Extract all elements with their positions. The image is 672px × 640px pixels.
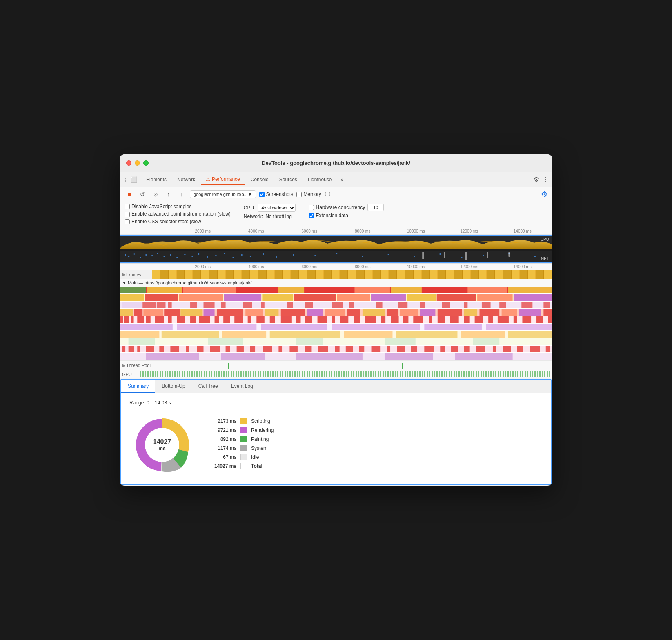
svg-rect-165 [461,331,505,338]
svg-rect-115 [137,316,144,323]
record-button[interactable]: ⏺ [125,189,134,199]
svg-rect-12 [191,256,193,257]
svg-rect-119 [177,316,185,323]
svg-rect-18 [241,254,243,256]
svg-rect-159 [120,331,159,338]
fc-ruler-tick-0 [123,264,176,269]
tab-performance[interactable]: ⚠ Performance [201,174,245,185]
tab-sources[interactable]: Sources [274,174,302,185]
tab-call-tree[interactable]: Call Tree [192,380,225,393]
svg-rect-166 [508,331,552,338]
legend-label-idle: Idle [251,454,259,460]
frames-row: ▶ Frames [120,270,552,279]
frames-label[interactable]: ▶ Frames [120,272,152,277]
film-icon[interactable]: 🎞 [325,191,330,198]
thread-pool-triangle: ▶ [122,363,125,368]
main-section-label: ▼ Main — https://googlechrome.github.io/… [120,279,552,287]
hw-input[interactable] [367,204,384,211]
close-button[interactable] [126,160,131,166]
settings-gear-icon[interactable]: ⚙ [541,190,547,198]
flame-chart-area[interactable] [120,287,552,360]
extension-data-checkbox[interactable] [309,213,314,218]
menu-icon[interactable]: ⋮ [543,176,549,183]
svg-rect-168 [129,338,155,345]
reload-button[interactable]: ↺ [138,189,147,199]
range-text: Range: 0 – 14.03 s [129,400,543,406]
css-selector-label[interactable]: Enable CSS selector stats (slow) [125,219,231,224]
advanced-paint-checkbox[interactable] [125,212,130,217]
svg-rect-128 [281,316,292,323]
fc-ruler-tick-6: 12000 ms [443,264,496,269]
svg-rect-104 [420,309,436,316]
svg-rect-22 [293,254,294,256]
svg-rect-186 [263,346,272,352]
svg-rect-19 [250,256,251,257]
svg-rect-60 [407,294,436,301]
svg-rect-15 [215,255,216,256]
svg-rect-89 [134,309,143,316]
thread-pool-label[interactable]: ▶ Thread Pool [120,363,156,368]
tab-summary[interactable]: Summary [121,380,155,393]
svg-rect-163 [344,331,392,338]
svg-rect-144 [475,316,483,323]
upload-button[interactable]: ↑ [164,189,174,199]
device-icon[interactable]: ⬜ [130,176,137,183]
hw-checkbox[interactable] [309,205,314,210]
svg-rect-198 [424,346,434,352]
download-button[interactable]: ↓ [177,189,187,199]
settings-icon[interactable]: ⚙ [534,176,539,183]
tab-elements[interactable]: Elements [141,174,171,185]
svg-rect-63 [514,294,552,301]
svg-rect-113 [124,316,129,323]
fc-ruler-tick-7: 14000 ms [496,264,550,269]
svg-rect-62 [477,294,513,301]
cursor-icon[interactable]: ⊹ [123,176,128,183]
svg-rect-196 [397,346,405,352]
svg-rect-181 [197,346,203,352]
svg-rect-80 [420,302,425,308]
maximize-button[interactable] [143,160,149,166]
memory-checkbox-label[interactable]: Memory [296,191,321,197]
svg-rect-180 [186,346,189,352]
svg-rect-169 [208,338,243,345]
extension-data-label[interactable]: Extension data [309,213,384,218]
tab-event-log[interactable]: Event Log [225,380,260,393]
svg-rect-154 [261,324,327,330]
hw-checkbox-label[interactable]: Hardware concurrency [309,204,365,210]
svg-rect-47 [391,287,422,293]
overview-canvas[interactable]: CPU NET [120,235,552,263]
svg-rect-195 [387,346,390,352]
tab-bottom-up[interactable]: Bottom-Up [155,380,191,393]
tab-network[interactable]: Network [172,174,200,185]
disable-js-label[interactable]: Disable JavaScript samples [125,204,231,209]
svg-rect-171 [385,338,416,345]
clear-button[interactable]: ⊘ [151,189,160,199]
svg-rect-84 [499,302,506,308]
minimize-button[interactable] [135,160,140,166]
cpu-select[interactable]: 4x slowdown 6x slowdown No throttling [258,204,296,212]
svg-rect-192 [346,346,353,352]
legend-row-system: 1174 ms System [208,445,543,451]
tab-lighthouse[interactable]: Lighthouse [303,174,337,185]
url-selector[interactable]: googlechrome.github.io/o...▼ [190,190,256,198]
legend-swatch-rendering [240,427,247,433]
svg-rect-142 [450,316,459,323]
disable-js-checkbox[interactable] [125,204,130,209]
svg-rect-66 [142,302,156,308]
devtools-icons: ⊹ ⬜ [123,176,137,183]
ruler-tick-3: 6000 ms [283,229,336,233]
advanced-paint-label[interactable]: Enable advanced paint instrumentation (s… [125,211,231,217]
css-selector-checkbox[interactable] [125,219,130,224]
net-overview-label: NET [541,256,549,261]
ruler-tick-5: 10000 ms [389,229,443,233]
svg-rect-10 [176,257,178,258]
svg-rect-211 [296,353,363,360]
tab-more[interactable]: » [338,175,347,184]
tab-console[interactable]: Console [246,174,274,185]
memory-checkbox[interactable] [296,192,302,197]
screenshots-checkbox[interactable] [259,192,265,197]
svg-rect-25 [362,256,363,257]
screenshots-checkbox-label[interactable]: Screenshots [259,191,294,197]
svg-rect-4 [140,257,141,258]
svg-rect-20 [263,253,264,255]
